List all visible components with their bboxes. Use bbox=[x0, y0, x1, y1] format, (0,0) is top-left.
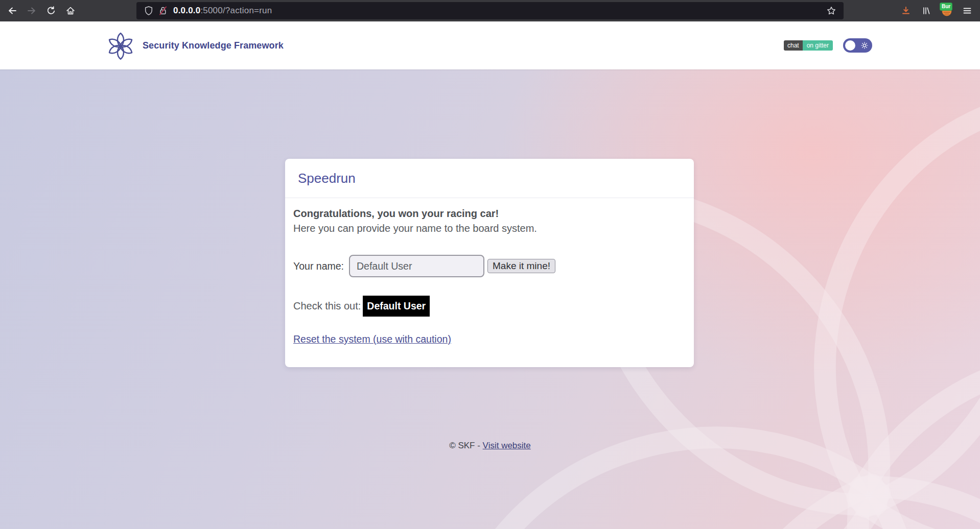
tracking-shield-icon[interactable] bbox=[142, 4, 156, 18]
home-icon bbox=[65, 6, 76, 16]
copyright-text: © SKF - bbox=[449, 441, 482, 450]
reset-system-link[interactable]: Reset the system (use with caution) bbox=[293, 333, 451, 345]
downloads-button[interactable] bbox=[897, 2, 915, 19]
browser-window: 0.0.0.0:5000/?action=run bbox=[0, 0, 980, 529]
make-it-mine-button[interactable]: Make it mine! bbox=[487, 259, 555, 273]
download-icon bbox=[901, 6, 911, 16]
card-title: Speedrun bbox=[298, 171, 356, 186]
extension-button[interactable]: Bur bbox=[938, 2, 955, 19]
gitter-chat-badge[interactable]: chat on gitter bbox=[784, 40, 833, 51]
reload-button[interactable] bbox=[42, 2, 60, 19]
speedrun-card: Speedrun Congratulations, you won your r… bbox=[285, 159, 694, 367]
brand-title: Security Knowledge Framework bbox=[143, 40, 284, 51]
library-icon bbox=[921, 6, 931, 16]
insecure-lock-icon[interactable] bbox=[156, 4, 170, 18]
sun-icon bbox=[861, 42, 868, 49]
reload-icon bbox=[46, 6, 56, 16]
url-bar[interactable]: 0.0.0.0:5000/?action=run bbox=[136, 2, 844, 19]
brand[interactable]: Security Knowledge Framework bbox=[106, 29, 284, 62]
page-background: LIVE DEMONSTRATION! Speedrun Congratulat… bbox=[0, 69, 980, 529]
browser-toolbar: 0.0.0.0:5000/?action=run bbox=[0, 0, 980, 21]
skf-flower-logo-icon bbox=[106, 29, 135, 62]
library-button[interactable] bbox=[918, 2, 935, 19]
name-input[interactable] bbox=[349, 255, 484, 277]
bookmark-star-icon[interactable] bbox=[824, 4, 838, 18]
forward-button[interactable] bbox=[23, 2, 40, 19]
site-header: Security Knowledge Framework chat on git… bbox=[0, 21, 980, 69]
menu-button[interactable] bbox=[959, 2, 976, 19]
current-name-badge: Default User bbox=[363, 296, 430, 317]
hamburger-menu-icon bbox=[962, 6, 972, 16]
nav-button-group bbox=[4, 2, 79, 19]
theme-toggle[interactable] bbox=[843, 38, 872, 53]
gitter-chat-badge-value: on gitter bbox=[803, 40, 833, 51]
visit-website-link[interactable]: Visit website bbox=[483, 441, 531, 450]
url-text: 0.0.0.0:5000/?action=run bbox=[173, 6, 272, 16]
url-host: 0.0.0.0 bbox=[173, 6, 200, 15]
back-icon bbox=[7, 6, 17, 16]
check-label: Check this out: bbox=[293, 300, 361, 312]
card-body: Congratulations, you won your racing car… bbox=[285, 198, 694, 355]
theme-toggle-knob bbox=[845, 40, 855, 51]
header-right: chat on gitter bbox=[784, 38, 872, 53]
subtitle-text: Here you can provide your name to the bo… bbox=[293, 223, 686, 234]
congrats-text: Congratulations, you won your racing car… bbox=[293, 208, 686, 220]
page-footer: © SKF - Visit website bbox=[0, 441, 980, 451]
url-path: :5000/?action=run bbox=[200, 6, 272, 15]
card-header: Speedrun bbox=[285, 159, 694, 198]
check-row: Check this out: Default User bbox=[293, 296, 686, 317]
forward-icon bbox=[27, 6, 37, 16]
back-button[interactable] bbox=[4, 2, 21, 19]
extension-badge: Bur bbox=[940, 3, 952, 11]
home-button[interactable] bbox=[62, 2, 79, 19]
gitter-chat-badge-label: chat bbox=[784, 40, 803, 51]
name-form-row: Your name: Make it mine! bbox=[293, 255, 686, 277]
name-label: Your name: bbox=[293, 260, 344, 272]
toolbar-right-group: Bur bbox=[897, 2, 976, 19]
